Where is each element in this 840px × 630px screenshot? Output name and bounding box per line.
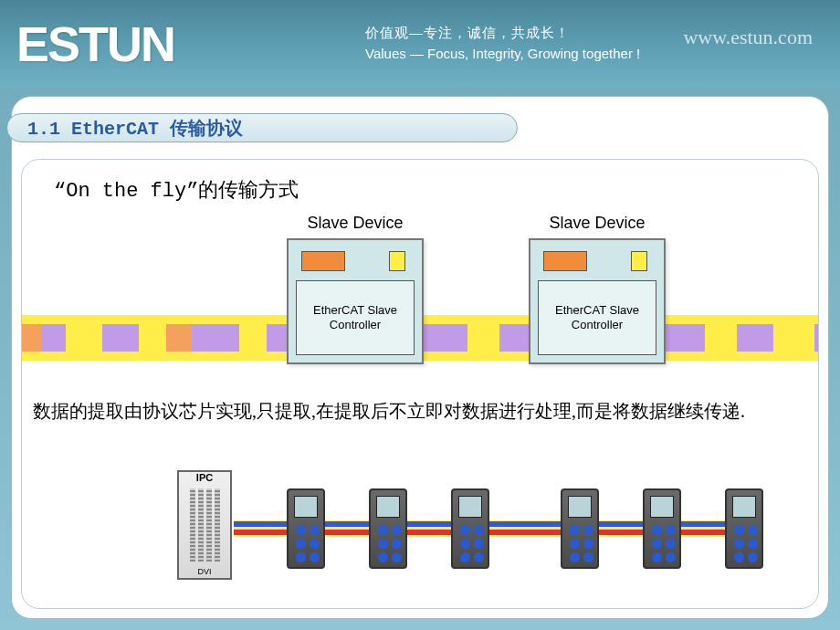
node-device [643,488,681,569]
brand-logo: ESTUN [16,16,174,72]
device-screen [294,496,318,518]
slave-chip-orange [301,251,345,271]
slave-chip-yellow [631,251,647,271]
key-dot [310,552,320,562]
slave-device-1: Slave Device EtherCAT Slave Controller [287,210,424,364]
device-screen [732,496,756,518]
ipc-slots [184,488,225,562]
key-dot [310,525,320,535]
key-dot [666,525,676,535]
device-screen [568,496,592,518]
tagline-cn: 价值观—专注，诚信，共成长！ [365,23,640,44]
ipc-slot [206,488,212,562]
node-device [561,488,599,569]
key-dot [296,525,306,535]
frame-seg [166,324,192,352]
frame-seg [773,324,814,352]
ipc-slot [198,488,204,562]
slave-device-2: Slave Device EtherCAT Slave Controller [529,210,666,364]
frame-seg [705,324,737,352]
content-frame: “On the fly”的传输方式 Slave Device Ether [21,159,819,609]
ipc-master: IPC DVI [177,470,232,580]
section-subtitle: “On the fly”的传输方式 [54,176,299,204]
key-dot [652,525,662,535]
key-dot [474,539,484,549]
frame-seg [21,324,41,352]
frame-seg [139,324,166,352]
key-dot [652,539,662,549]
key-dot [666,552,676,562]
key-dot [378,552,388,562]
section-title: 1.1 EtherCAT 传输协议 [6,113,518,142]
frame-seg [239,324,267,352]
slave-box: EtherCAT Slave Controller [287,238,424,364]
slave-chip-orange [543,251,587,271]
key-dot [570,539,580,549]
website-url: www.estun.com [683,26,813,49]
node-device [369,488,407,569]
key-dot [583,539,593,549]
tagline-block: 价值观—专注，诚信，共成长！ Values — Focus, Integrity… [365,23,640,64]
key-dot [392,552,402,562]
key-dot [296,552,306,562]
slave-label: Slave Device [287,210,424,236]
key-dot [474,552,484,562]
key-dot [460,539,470,549]
slave-controller: EtherCAT Slave Controller [538,280,656,355]
device-screen [376,496,400,518]
key-dot [748,525,758,535]
key-dot [583,525,593,535]
device-keypad [652,525,672,562]
key-dot [748,539,758,549]
device-keypad [460,525,480,562]
device-screen [458,496,482,518]
ipc-slot [215,488,220,562]
key-dot [666,539,676,549]
device-keypad [378,525,398,562]
node-device [725,488,763,569]
slave-chip-yellow [389,251,405,271]
slide-header: ESTUN 价值观—专注，诚信，共成长！ Values — Focus, Int… [0,0,840,87]
topology-row: IPC DVI [177,470,782,580]
key-dot [378,539,388,549]
slave-box: EtherCAT Slave Controller [529,238,666,364]
key-dot [652,552,662,562]
key-dot [570,552,580,562]
key-dot [734,552,744,562]
description-text: 数据的提取由协议芯片实现,只提取,在提取后不立即对数据进行处理,而是将数据继续传… [33,397,807,425]
node-device [451,488,489,569]
key-dot [570,525,580,535]
key-dot [296,539,306,549]
slide-body: 1.1 EtherCAT 传输协议 “On the fly”的传输方式 Slav… [11,96,829,619]
slave-label: Slave Device [529,210,666,236]
key-dot [734,539,744,549]
device-keypad [296,525,316,562]
key-dot [460,552,470,562]
node-device [287,488,325,569]
device-screen [650,496,674,518]
frame-seg [66,324,102,352]
device-keypad [570,525,590,562]
key-dot [748,552,758,562]
key-dot [583,552,593,562]
key-dot [460,525,470,535]
key-dot [310,539,320,549]
key-dot [474,525,484,535]
slave-controller: EtherCAT Slave Controller [296,280,415,355]
key-dot [392,539,402,549]
device-keypad [734,525,754,562]
key-dot [734,525,744,535]
ipc-label: IPC [179,472,230,483]
key-dot [378,525,388,535]
tagline-en: Values — Focus, Integrity, Growing toget… [365,44,640,65]
ipc-slot [190,488,195,562]
frame-seg [467,324,499,352]
key-dot [392,525,402,535]
ipc-port: DVI [179,567,230,576]
